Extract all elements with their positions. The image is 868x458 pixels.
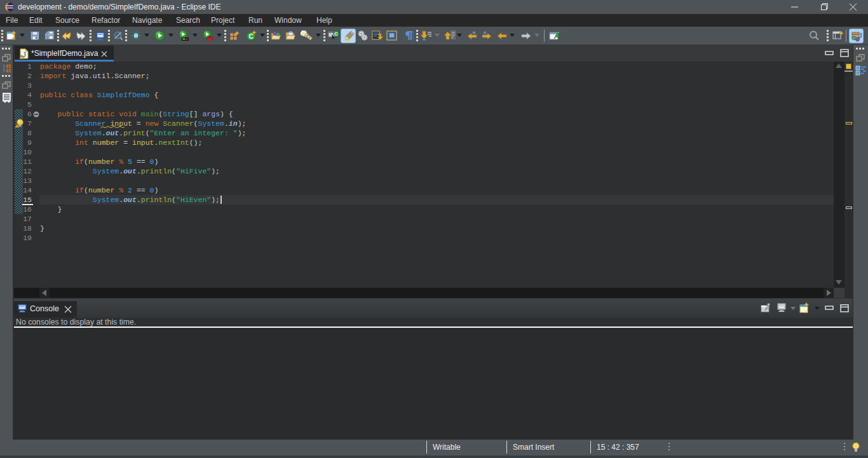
svg-text:J: J [858,32,862,39]
svg-text:C: C [334,31,338,37]
svg-text:C: C [248,33,253,40]
